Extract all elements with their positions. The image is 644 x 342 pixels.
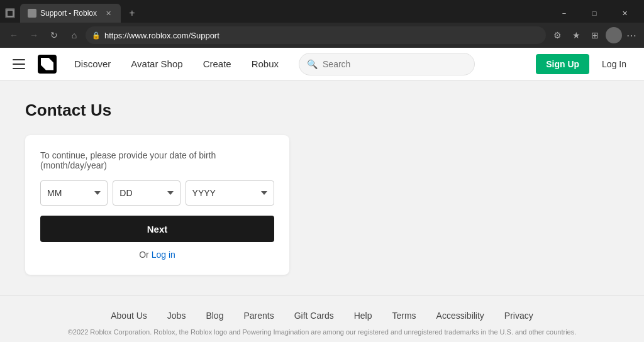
nav-avatar-shop[interactable]: Avatar Shop: [121, 48, 192, 80]
tab-bar-left: Support - Roblox ✕ +: [5, 4, 141, 23]
nav-create[interactable]: Create: [193, 48, 242, 80]
footer-about[interactable]: About Us: [111, 311, 147, 321]
month-select[interactable]: MM 010203 040506 070809 101112: [40, 180, 108, 206]
browser-icon: [5, 8, 15, 18]
nav-discover[interactable]: Discover: [64, 48, 121, 80]
footer-jobs[interactable]: Jobs: [167, 311, 186, 321]
nav-right: Sign Up Log In: [536, 54, 634, 74]
footer-blog[interactable]: Blog: [206, 311, 223, 321]
footer-terms[interactable]: Terms: [392, 311, 416, 321]
home-button[interactable]: ⌂: [65, 26, 83, 44]
page-title: Contact Us: [25, 101, 619, 120]
address-bar-row: ← → ↻ ⌂ 🔒 https://www.roblox.com/Support…: [0, 23, 644, 48]
account-icon[interactable]: [605, 26, 623, 44]
search-bar[interactable]: 🔍: [299, 53, 475, 75]
tab-title: Support - Roblox: [40, 9, 99, 18]
hamburger-menu[interactable]: [10, 54, 30, 74]
footer-parents[interactable]: Parents: [243, 311, 274, 321]
svg-rect-1: [8, 11, 13, 16]
more-options-button[interactable]: ⋯: [624, 30, 639, 41]
footer-gift-cards[interactable]: Gift Cards: [294, 311, 334, 321]
or-text: Or: [139, 250, 149, 260]
day-select[interactable]: DD 010203 31: [113, 180, 180, 206]
content-area: Contact Us To continue, please provide y…: [0, 80, 644, 295]
footer-accessibility[interactable]: Accessibility: [436, 311, 484, 321]
new-tab-button[interactable]: +: [123, 4, 141, 22]
footer-privacy[interactable]: Privacy: [504, 311, 533, 321]
profile-avatar: [606, 27, 622, 43]
url-base: https://: [104, 31, 129, 40]
next-button[interactable]: Next: [40, 216, 274, 242]
login-button[interactable]: Log In: [594, 54, 634, 74]
form-card: To continue, please provide your date of…: [25, 135, 289, 275]
tab-icon[interactable]: ⊞: [586, 26, 604, 44]
url-path: /Support: [189, 31, 219, 40]
footer-copyright: ©2022 Roblox Corporation. Roblox, the Ro…: [25, 328, 619, 336]
window-controls: − □ ✕: [550, 4, 639, 23]
forward-button[interactable]: →: [25, 26, 43, 44]
login-hint: Or Log in: [40, 250, 274, 260]
browser-chrome: Support - Roblox ✕ + − □ ✕ ← → ↻ ⌂ 🔒 htt…: [0, 0, 644, 48]
lock-icon: 🔒: [92, 31, 101, 40]
minimize-button[interactable]: −: [550, 4, 579, 23]
url-text: https://www.roblox.com/Support: [104, 31, 540, 40]
url-domain: www.roblox.com: [129, 31, 189, 40]
date-row: MM 010203 040506 070809 101112 DD 010203…: [40, 180, 274, 206]
footer-links: About Us Jobs Blog Parents Gift Cards He…: [25, 311, 619, 321]
extensions-icon[interactable]: ⚙: [548, 26, 566, 44]
nav-robux[interactable]: Robux: [242, 48, 289, 80]
footer: About Us Jobs Blog Parents Gift Cards He…: [0, 295, 644, 342]
close-button[interactable]: ✕: [610, 4, 639, 23]
main-content: Contact Us To continue, please provide y…: [0, 80, 644, 342]
tab-close-button[interactable]: ✕: [103, 8, 113, 18]
tab-favicon: [28, 9, 36, 18]
nav-links: Discover Avatar Shop Create Robux: [64, 48, 289, 80]
login-link[interactable]: Log in: [152, 250, 175, 260]
footer-help[interactable]: Help: [354, 311, 372, 321]
toolbar-icons: ⚙ ★ ⊞ ⋯: [548, 26, 639, 44]
form-subtitle: To continue, please provide your date of…: [40, 150, 274, 170]
active-tab[interactable]: Support - Roblox ✕: [20, 4, 121, 23]
signup-button[interactable]: Sign Up: [536, 54, 589, 74]
roblox-logo[interactable]: [38, 55, 57, 74]
address-bar[interactable]: 🔒 https://www.roblox.com/Support: [86, 26, 546, 44]
bookmark-icon[interactable]: ★: [567, 26, 585, 44]
tab-bar: Support - Roblox ✕ + − □ ✕: [0, 0, 644, 23]
search-icon: 🔍: [307, 59, 318, 69]
year-select[interactable]: YYYY 202320001990: [186, 180, 274, 206]
maximize-button[interactable]: □: [580, 4, 609, 23]
search-input[interactable]: [323, 59, 467, 69]
back-button[interactable]: ←: [5, 26, 23, 44]
reload-button[interactable]: ↻: [45, 26, 63, 44]
site-nav: Discover Avatar Shop Create Robux 🔍 Sign…: [0, 48, 644, 80]
